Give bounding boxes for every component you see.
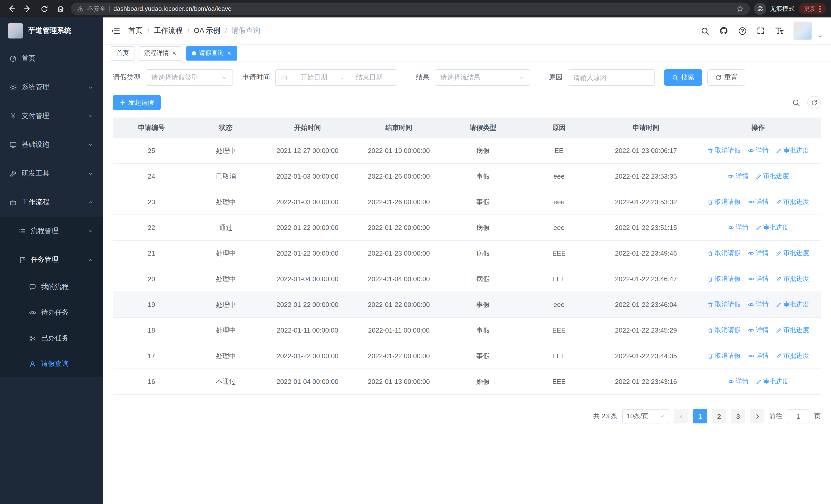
sidebar-item-my-processes[interactable]: 我的流程 (0, 274, 103, 300)
cell-status: 通过 (190, 215, 262, 240)
close-icon[interactable] (172, 51, 177, 55)
page-size-select[interactable]: 10条/页 (622, 409, 669, 423)
forward-button[interactable] (22, 3, 34, 15)
search-icon[interactable] (792, 98, 800, 107)
reason-input[interactable] (568, 69, 655, 86)
back-button[interactable] (5, 3, 18, 15)
sidebar-item-label: 我的流程 (41, 282, 69, 292)
goto-page-input[interactable] (787, 409, 809, 423)
create-leave-button[interactable]: 发起请假 (113, 95, 161, 110)
approval-progress-link[interactable]: 审批进度 (755, 377, 789, 386)
cell-reason: EEE (521, 369, 596, 394)
tab-home[interactable]: 首页 (111, 46, 135, 60)
tab-process-detail[interactable]: 流程详情 (139, 46, 182, 60)
breadcrumb-separator: / (188, 27, 190, 35)
cell-reason: eee (521, 292, 596, 318)
reset-button[interactable]: 重置 (707, 69, 745, 86)
breadcrumb-workflow[interactable]: 工作流程 (154, 26, 183, 35)
sidebar-item-workflow[interactable]: 工作流程 (0, 188, 103, 216)
active-tab-dot (192, 51, 196, 55)
cancel-leave-link[interactable]: 取消请假 (707, 146, 741, 155)
address-bar[interactable]: 不安全 dashboard.yudao.iocoder.cn/bpm/oa/le… (71, 3, 750, 15)
list-icon (19, 227, 26, 235)
page-button-3[interactable]: 3 (731, 409, 745, 423)
update-button[interactable]: 更新 (799, 3, 826, 14)
detail-link[interactable]: 详情 (748, 146, 769, 155)
sidebar-item-devtools[interactable]: 研发工具 (0, 159, 103, 188)
sidebar-collapse-icon[interactable] (111, 26, 120, 35)
detail-link[interactable]: 详情 (748, 351, 769, 360)
table-row: 21 处理中 2022-01-22 00:00:00 2022-01-23 00… (113, 240, 821, 266)
cancel-leave-link[interactable]: 取消请假 (707, 352, 741, 360)
avatar[interactable] (794, 22, 812, 40)
cell-reason: EE (521, 138, 596, 164)
cancel-leave-link[interactable]: 取消请假 (707, 300, 741, 309)
approval-progress-link[interactable]: 审批进度 (776, 300, 809, 309)
approval-progress-link[interactable]: 审批进度 (776, 198, 809, 206)
help-icon[interactable] (738, 26, 747, 35)
detail-link[interactable]: 详情 (727, 223, 748, 232)
approval-progress-link[interactable]: 审批进度 (755, 223, 789, 232)
cell-leave-type: 婚假 (445, 369, 521, 394)
detail-link[interactable]: 详情 (748, 249, 769, 257)
incognito-badge: 无痕模式 (754, 3, 795, 15)
font-size-icon[interactable] (775, 26, 784, 35)
approval-progress-link[interactable]: 审批进度 (776, 249, 809, 258)
tab-leave-query[interactable]: 请假查询 (186, 46, 237, 60)
bookmark-star-icon[interactable] (737, 5, 744, 12)
close-icon[interactable] (227, 51, 231, 55)
home-button[interactable] (54, 3, 67, 15)
detail-link[interactable]: 详情 (727, 377, 748, 386)
app-logo[interactable]: 芋道管理系统 (0, 18, 103, 44)
detail-link[interactable]: 详情 (748, 300, 769, 309)
sidebar-item-home[interactable]: 首页 (0, 44, 103, 73)
sidebar-item-process-management[interactable]: 流程管理 (0, 216, 103, 245)
cancel-leave-link[interactable]: 取消请假 (707, 249, 741, 258)
cell-apply-time: 2022-01-22 23:46:47 (596, 266, 695, 292)
detail-link[interactable]: 详情 (748, 326, 769, 334)
approval-progress-link[interactable]: 审批进度 (776, 352, 809, 360)
page-button-1[interactable]: 1 (693, 409, 707, 423)
github-icon[interactable] (719, 26, 728, 35)
breadcrumb-oa-example[interactable]: OA 示例 (194, 26, 221, 35)
detail-link[interactable]: 详情 (748, 197, 769, 206)
search-icon[interactable] (700, 26, 709, 35)
approval-progress-link[interactable]: 审批进度 (776, 274, 809, 283)
approval-progress-label: 审批进度 (783, 249, 809, 258)
sidebar-item-infrastructure[interactable]: 基础设施 (0, 130, 103, 159)
browser-menu-icon[interactable] (819, 5, 821, 12)
refresh-icon[interactable] (807, 96, 821, 109)
cancel-leave-link[interactable]: 取消请假 (707, 198, 741, 206)
apply-time-range-picker[interactable]: 开始日期 - 结束日期 (275, 69, 397, 86)
approval-progress-link[interactable]: 审批进度 (776, 326, 809, 335)
result-select[interactable]: 请选择流结果 (435, 69, 530, 86)
sidebar-item-done-tasks[interactable]: 已办任务 (0, 325, 103, 351)
approval-progress-link[interactable]: 审批进度 (776, 146, 809, 155)
page-button-2[interactable]: 2 (712, 409, 726, 423)
prev-page-button[interactable] (674, 409, 688, 423)
approval-progress-label: 审批进度 (783, 352, 809, 360)
search-button[interactable]: 搜索 (664, 69, 702, 86)
cell-status: 处理中 (190, 292, 262, 318)
cell-end-time: 2022-01-04 00:00:00 (353, 266, 445, 292)
detail-link[interactable]: 详情 (727, 172, 748, 180)
cell-start-time: 2022-01-22 00:00:00 (262, 240, 353, 266)
cancel-leave-link[interactable]: 取消请假 (707, 274, 741, 283)
breadcrumb-home[interactable]: 首页 (128, 26, 143, 35)
detail-link[interactable]: 详情 (748, 274, 769, 283)
cell-reason: EEE (521, 240, 596, 266)
reload-button[interactable] (38, 3, 50, 15)
fullscreen-icon[interactable] (756, 27, 765, 35)
approval-progress-link[interactable]: 审批进度 (755, 172, 789, 181)
sidebar-item-payment[interactable]: 支付管理 (0, 101, 103, 130)
chevron-down-icon[interactable] (818, 34, 823, 40)
cancel-leave-link[interactable]: 取消请假 (707, 326, 741, 335)
sidebar-item-system[interactable]: 系统管理 (0, 73, 103, 101)
next-page-button[interactable] (750, 409, 764, 423)
sidebar-item-task-management[interactable]: 任务管理 (0, 245, 103, 274)
sidebar-item-todo-tasks[interactable]: 待办任务 (0, 300, 103, 325)
cell-actions: 取消请假 详情 审批进度 (695, 189, 821, 215)
leave-type-select[interactable]: 请选择请假类型 (146, 69, 233, 86)
sidebar-item-leave-query[interactable]: 请假查询 (0, 351, 103, 377)
cell-status: 处理中 (190, 189, 262, 215)
